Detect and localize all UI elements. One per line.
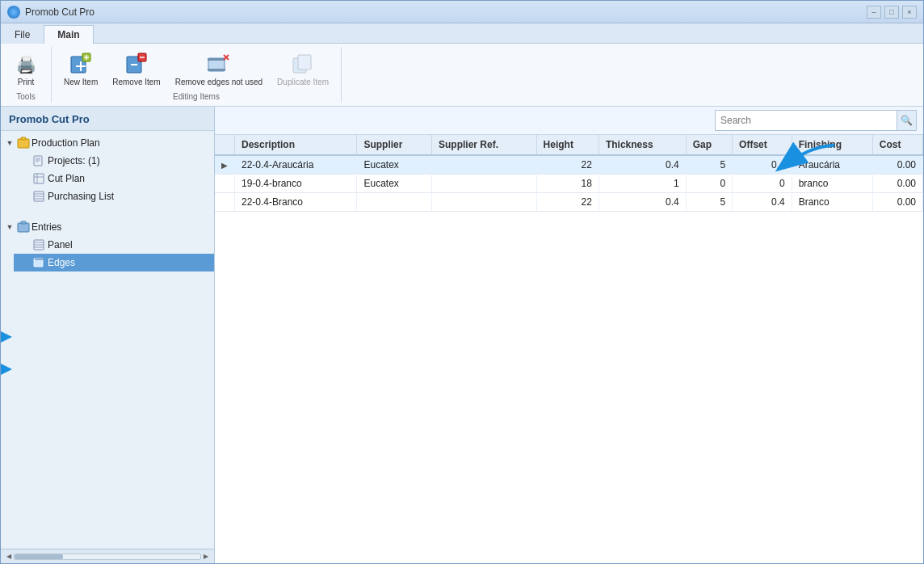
title-bar-controls: – □ × [867, 6, 917, 19]
search-button[interactable]: 🔍 [897, 111, 916, 130]
svg-rect-11 [208, 58, 225, 61]
table-body: ▶ 22-0.4-Araucária Eucatex 22 0.4 5 0.4 … [215, 155, 923, 212]
duplicate-item-icon [290, 52, 316, 78]
table-header-row: Description Supplier Supplier Ref. Heigh… [215, 135, 923, 155]
cell-finishing-3[interactable]: Branco [792, 193, 872, 212]
cell-gap-2[interactable]: 0 [686, 175, 732, 193]
table-row[interactable]: 19-0.4-branco Eucatex 18 1 0 0 branco 0.… [215, 175, 923, 193]
tree-item-cut-plan[interactable]: Cut Plan [14, 170, 214, 187]
ribbon-group-tools: 🖨️ Print Tools [1, 47, 52, 103]
projects-icon [33, 154, 46, 167]
expand-projects [20, 155, 32, 166]
col-height[interactable]: Height [536, 135, 598, 155]
cell-thickness-2[interactable]: 1 [598, 175, 686, 193]
col-supplier[interactable]: Supplier [357, 135, 432, 155]
col-thickness[interactable]: Thickness [598, 135, 686, 155]
table-row[interactable]: 22-0.4-Branco 22 0.4 5 0.4 Branco 0.00 [215, 193, 923, 212]
tree-item-edges[interactable]: Edges [14, 254, 214, 271]
edges-label: Edges [48, 257, 75, 268]
production-plan-icon [17, 137, 30, 149]
new-item-button[interactable]: New Item [58, 48, 103, 90]
cell-supplier-ref-3[interactable] [432, 193, 537, 212]
tab-file[interactable]: File [1, 25, 44, 44]
col-cost[interactable]: Cost [872, 135, 922, 155]
remove-item-button[interactable]: Remove Item [107, 48, 166, 90]
tree-item-projects[interactable]: Projects: (1) [14, 152, 214, 170]
cell-supplier-1[interactable]: Eucatex [357, 155, 432, 175]
col-offset[interactable]: Offset [733, 135, 792, 155]
col-supplier-ref[interactable]: Supplier Ref. [432, 135, 537, 155]
search-bar: 🔍 [215, 107, 923, 135]
svg-rect-17 [18, 139, 29, 148]
cell-cost-2[interactable]: 0.00 [872, 175, 922, 193]
print-label: Print [18, 78, 35, 87]
col-description[interactable]: Description [235, 135, 357, 155]
tree-item-production-plan[interactable]: ▼ Production Plan [1, 134, 214, 152]
cell-offset-2[interactable]: 0 [733, 175, 792, 193]
title-bar: Promob Cut Pro – □ × [1, 1, 923, 23]
cell-thickness-3[interactable]: 0.4 [598, 193, 686, 212]
cell-description-1[interactable]: 22-0.4-Araucária [235, 155, 357, 175]
cell-offset-3[interactable]: 0.4 [733, 193, 792, 212]
cut-plan-icon [33, 172, 46, 185]
print-button[interactable]: 🖨️ Print [7, 48, 44, 90]
minimize-button[interactable]: – [867, 6, 881, 19]
tools-group-label: Tools [16, 92, 35, 101]
scroll-left-button[interactable]: ◀ [4, 552, 14, 562]
duplicate-item-button[interactable]: Duplicate Item [271, 48, 334, 90]
cell-height-1[interactable]: 22 [536, 155, 598, 175]
data-table-wrap: Description Supplier Supplier Ref. Heigh… [215, 135, 923, 563]
window-title: Promob Cut Pro [25, 6, 94, 18]
col-gap[interactable]: Gap [686, 135, 732, 155]
cell-supplier-ref-1[interactable] [432, 155, 537, 175]
tree-item-panel[interactable]: Panel [14, 236, 214, 254]
svg-rect-18 [21, 137, 26, 140]
remove-edges-icon [206, 52, 232, 78]
cell-finishing-1[interactable]: Araucária [792, 155, 872, 175]
edges-icon [33, 256, 46, 269]
cell-gap-1[interactable]: 5 [686, 155, 732, 175]
main-window: Promob Cut Pro – □ × File Main 🖨️ Print … [0, 0, 924, 564]
svg-rect-30 [18, 223, 29, 232]
cut-plan-label: Cut Plan [48, 173, 85, 184]
cell-description-3[interactable]: 22-0.4-Branco [235, 193, 357, 212]
tree-item-purchasing[interactable]: Purchasing List [14, 187, 214, 205]
cell-finishing-2[interactable]: branco [792, 175, 872, 193]
expand-production-plan[interactable]: ▼ [4, 137, 15, 149]
cell-description-2[interactable]: 19-0.4-branco [235, 175, 357, 193]
ribbon-editing-items: New Item Remove Item [58, 48, 334, 90]
svg-rect-37 [35, 259, 44, 260]
panel-icon [33, 238, 46, 251]
cell-height-2[interactable]: 18 [536, 175, 598, 193]
row-indicator-3 [215, 193, 235, 212]
sidebar-footer: ◀ ▶ [1, 549, 214, 563]
cell-supplier-2[interactable]: Eucatex [357, 175, 432, 193]
edges-table: Description Supplier Supplier Ref. Heigh… [215, 135, 923, 212]
entries-children: Panel Edges [1, 236, 214, 271]
cell-cost-1[interactable]: 0.00 [872, 155, 922, 175]
table-row[interactable]: ▶ 22-0.4-Araucária Eucatex 22 0.4 5 0.4 … [215, 155, 923, 175]
col-finishing[interactable]: Finishing [792, 135, 872, 155]
main-area: Promob Cut Pro ▼ Production Plan [1, 107, 923, 563]
maximize-button[interactable]: □ [884, 6, 899, 19]
search-input[interactable] [716, 112, 897, 128]
production-plan-label: Production Plan [32, 137, 100, 149]
remove-item-label: Remove Item [112, 78, 160, 87]
cell-offset-1[interactable]: 0.4 [733, 155, 792, 175]
cell-thickness-1[interactable]: 0.4 [598, 155, 686, 175]
remove-edges-button[interactable]: Remove edges not used [170, 48, 268, 90]
print-icon: 🖨️ [13, 52, 39, 78]
cell-gap-3[interactable]: 5 [686, 193, 732, 212]
remove-edges-label: Remove edges not used [175, 78, 262, 87]
sidebar-scrollbar[interactable] [14, 553, 201, 560]
cell-height-3[interactable]: 22 [536, 193, 598, 212]
expand-entries[interactable]: ▼ [4, 221, 15, 233]
tab-main[interactable]: Main [44, 25, 93, 44]
cell-supplier-3[interactable] [357, 193, 432, 212]
cell-cost-3[interactable]: 0.00 [872, 193, 922, 212]
purchasing-icon [33, 190, 46, 203]
cell-supplier-ref-2[interactable] [432, 175, 537, 193]
close-button[interactable]: × [902, 6, 917, 19]
tree-item-entries[interactable]: ▼ Entries [1, 218, 214, 236]
scroll-right-button[interactable]: ▶ [201, 552, 211, 562]
